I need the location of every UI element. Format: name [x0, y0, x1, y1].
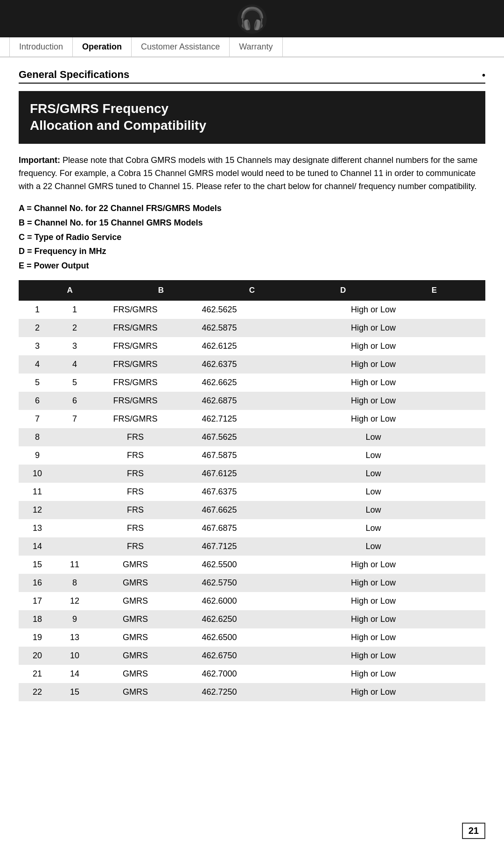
legend: A = Channel No. for 22 Channel FRS/GMRS … [19, 201, 485, 273]
table-row: 189GMRS462.6250High or Low [19, 610, 485, 628]
table-cell-e: High or Low [261, 683, 485, 701]
table-cell-d: 462.6125 [177, 337, 261, 355]
table-row: 11FRS467.6375Low [19, 483, 485, 501]
table-row: 1913GMRS462.6500High or Low [19, 628, 485, 647]
table-cell-d: 467.6875 [177, 519, 261, 537]
table-row: 2114GMRS462.7000High or Low [19, 665, 485, 683]
table-cell-b: 5 [56, 374, 93, 392]
table-cell-a: 18 [19, 610, 56, 628]
table-cell-a: 6 [19, 392, 56, 410]
table-cell-c: FRS/GMRS [93, 374, 177, 392]
table-column-headers: A B C D E [24, 286, 480, 295]
table-cell-b: 9 [56, 610, 93, 628]
legend-item-e: E = Power Output [19, 259, 485, 273]
main-content: General Specifications • FRS/GMRS Freque… [0, 57, 504, 720]
important-label: Important: [19, 155, 60, 165]
table-cell-b [56, 519, 93, 537]
table-cell-a: 4 [19, 355, 56, 374]
table-header-bar: A B C D E [19, 280, 485, 301]
col-header-d: D [298, 286, 389, 295]
tab-introduction[interactable]: Introduction [9, 37, 73, 56]
table-cell-c: GMRS [93, 574, 177, 592]
table-cell-e: Low [261, 428, 485, 446]
table-row: 14FRS467.7125Low [19, 537, 485, 556]
table-cell-a: 19 [19, 628, 56, 647]
table-row: 168GMRS462.5750High or Low [19, 574, 485, 592]
table-cell-e: High or Low [261, 355, 485, 374]
section-title-text: General Specifications [19, 69, 129, 81]
page-number: 21 [462, 823, 485, 839]
table-cell-b: 7 [56, 410, 93, 428]
table-cell-d: 467.6625 [177, 501, 261, 519]
table-cell-b [56, 483, 93, 501]
cobra-logo: 🎧 [236, 3, 268, 35]
table-cell-b: 1 [56, 301, 93, 319]
table-cell-c: FRS/GMRS [93, 301, 177, 319]
table-cell-e: Low [261, 483, 485, 501]
table-row: 1712GMRS462.6000High or Low [19, 592, 485, 610]
tab-warranty[interactable]: Warranty [230, 37, 282, 56]
table-cell-a: 10 [19, 465, 56, 483]
table-row: 10FRS467.6125Low [19, 465, 485, 483]
table-cell-c: FRS [93, 537, 177, 556]
intro-text: Please note that Cobra GMRS models with … [19, 155, 477, 191]
table-row: 44FRS/GMRS462.6375High or Low [19, 355, 485, 374]
table-cell-c: GMRS [93, 592, 177, 610]
table-cell-e: High or Low [261, 301, 485, 319]
table-cell-d: 462.7125 [177, 410, 261, 428]
table-cell-c: FRS [93, 465, 177, 483]
table-cell-a: 15 [19, 556, 56, 574]
table-cell-e: High or Low [261, 319, 485, 337]
table-row: 2215GMRS462.7250High or Low [19, 683, 485, 701]
table-cell-c: GMRS [93, 665, 177, 683]
table-cell-e: High or Low [261, 337, 485, 355]
table-cell-d: 462.6000 [177, 592, 261, 610]
table-cell-b: 3 [56, 337, 93, 355]
table-cell-e: High or Low [261, 556, 485, 574]
table-cell-b: 13 [56, 628, 93, 647]
table-cell-a: 17 [19, 592, 56, 610]
table-cell-c: GMRS [93, 610, 177, 628]
table-cell-d: 467.7125 [177, 537, 261, 556]
table-cell-d: 462.5750 [177, 574, 261, 592]
table-cell-b: 6 [56, 392, 93, 410]
table-cell-b [56, 501, 93, 519]
table-cell-e: High or Low [261, 647, 485, 665]
table-row: 12FRS467.6625Low [19, 501, 485, 519]
table-cell-e: Low [261, 446, 485, 465]
table-cell-a: 2 [19, 319, 56, 337]
legend-item-d: D = Frequency in MHz [19, 244, 485, 259]
table-cell-d: 462.6625 [177, 374, 261, 392]
table-row: 22FRS/GMRS462.5875High or Low [19, 319, 485, 337]
table-cell-c: GMRS [93, 556, 177, 574]
table-cell-a: 7 [19, 410, 56, 428]
table-cell-c: FRS [93, 501, 177, 519]
table-cell-b: 14 [56, 665, 93, 683]
table-cell-d: 462.6750 [177, 647, 261, 665]
table-cell-e: High or Low [261, 592, 485, 610]
table-cell-a: 9 [19, 446, 56, 465]
tab-operation[interactable]: Operation [73, 37, 132, 56]
tab-customer-assistance[interactable]: Customer Assistance [132, 37, 230, 56]
legend-item-c: C = Type of Radio Service [19, 230, 485, 245]
table-cell-c: GMRS [93, 683, 177, 701]
table-cell-d: 462.5500 [177, 556, 261, 574]
table-cell-a: 16 [19, 574, 56, 592]
table-cell-d: 462.6250 [177, 610, 261, 628]
nav-tabs: Introduction Operation Customer Assistan… [0, 37, 504, 57]
table-cell-d: 462.5875 [177, 319, 261, 337]
table-cell-b [56, 428, 93, 446]
table-cell-a: 11 [19, 483, 56, 501]
table-cell-e: Low [261, 465, 485, 483]
table-cell-c: FRS/GMRS [93, 355, 177, 374]
table-cell-a: 12 [19, 501, 56, 519]
table-cell-d: 462.7000 [177, 665, 261, 683]
table-cell-e: Low [261, 501, 485, 519]
table-cell-b: 10 [56, 647, 93, 665]
col-header-b: B [115, 286, 206, 295]
svg-text:🎧: 🎧 [239, 6, 266, 31]
table-cell-a: 8 [19, 428, 56, 446]
table-cell-d: 467.5625 [177, 428, 261, 446]
table-cell-b [56, 465, 93, 483]
table-cell-a: 3 [19, 337, 56, 355]
